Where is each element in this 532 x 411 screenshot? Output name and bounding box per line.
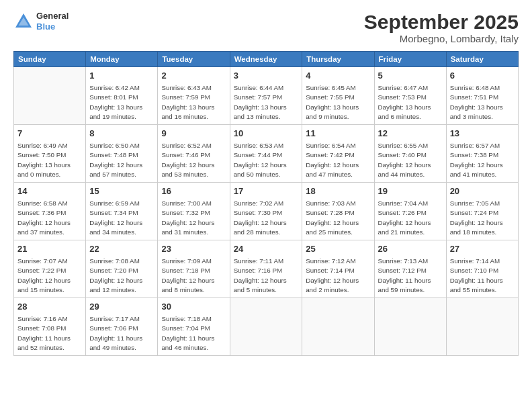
calendar-cell: 5Sunrise: 6:47 AM Sunset: 7:53 PM Daylig… — [374, 67, 446, 125]
calendar-cell — [446, 298, 518, 356]
calendar-cell — [302, 298, 374, 356]
calendar-cell: 19Sunrise: 7:04 AM Sunset: 7:26 PM Dayli… — [374, 183, 446, 240]
calendar-cell: 15Sunrise: 6:59 AM Sunset: 7:34 PM Dayli… — [86, 183, 158, 240]
day-info: Sunrise: 7:00 AM Sunset: 7:32 PM Dayligh… — [161, 199, 226, 237]
day-info: Sunrise: 7:16 AM Sunset: 7:08 PM Dayligh… — [17, 314, 82, 353]
calendar-cell: 18Sunrise: 7:03 AM Sunset: 7:28 PM Dayli… — [302, 183, 374, 240]
day-info: Sunrise: 7:08 AM Sunset: 7:20 PM Dayligh… — [89, 257, 154, 295]
calendar-cell: 6Sunrise: 6:48 AM Sunset: 7:51 PM Daylig… — [446, 67, 518, 125]
calendar-cell: 17Sunrise: 7:02 AM Sunset: 7:30 PM Dayli… — [230, 183, 302, 240]
day-of-week-saturday: Saturday — [446, 52, 518, 67]
calendar-body: 1Sunrise: 6:42 AM Sunset: 8:01 PM Daylig… — [14, 67, 519, 356]
day-number: 11 — [306, 128, 370, 140]
calendar-cell: 9Sunrise: 6:52 AM Sunset: 7:46 PM Daylig… — [158, 125, 230, 183]
day-info: Sunrise: 6:42 AM Sunset: 8:01 PM Dayligh… — [89, 83, 154, 122]
week-row-4: 21Sunrise: 7:07 AM Sunset: 7:22 PM Dayli… — [14, 240, 519, 298]
calendar-cell: 27Sunrise: 7:14 AM Sunset: 7:10 PM Dayli… — [446, 240, 518, 298]
day-number: 3 — [234, 70, 299, 82]
day-of-week-thursday: Thursday — [302, 52, 374, 67]
logo-line1: General — [36, 11, 69, 21]
day-info: Sunrise: 6:59 AM Sunset: 7:34 PM Dayligh… — [89, 199, 154, 237]
day-number: 22 — [89, 243, 154, 255]
calendar-cell — [374, 298, 446, 356]
day-info: Sunrise: 7:03 AM Sunset: 7:28 PM Dayligh… — [306, 199, 370, 237]
calendar-cell: 14Sunrise: 6:58 AM Sunset: 7:36 PM Dayli… — [14, 183, 86, 240]
day-info: Sunrise: 6:50 AM Sunset: 7:48 PM Dayligh… — [89, 141, 154, 179]
day-number: 8 — [89, 128, 154, 140]
day-number: 9 — [161, 128, 226, 140]
day-info: Sunrise: 6:57 AM Sunset: 7:38 PM Dayligh… — [450, 141, 515, 179]
day-number: 2 — [161, 70, 226, 82]
day-number: 7 — [17, 128, 82, 140]
logo-line2: Blue — [36, 21, 69, 32]
day-info: Sunrise: 6:54 AM Sunset: 7:42 PM Dayligh… — [306, 141, 370, 179]
day-of-week-monday: Monday — [86, 52, 158, 67]
location-subtitle: Morbegno, Lombardy, Italy — [364, 33, 519, 44]
week-row-3: 14Sunrise: 6:58 AM Sunset: 7:36 PM Dayli… — [14, 183, 519, 240]
day-info: Sunrise: 7:09 AM Sunset: 7:18 PM Dayligh… — [161, 257, 226, 295]
day-number: 14 — [17, 185, 82, 197]
day-number: 30 — [161, 301, 226, 313]
day-number: 1 — [89, 70, 154, 82]
logo-icon — [13, 11, 34, 32]
day-number: 10 — [234, 128, 299, 140]
header: General Blue September 2025 Morbegno, Lo… — [13, 11, 519, 44]
logo-text: General Blue — [36, 11, 69, 32]
day-info: Sunrise: 7:18 AM Sunset: 7:04 PM Dayligh… — [161, 314, 226, 353]
calendar-cell: 12Sunrise: 6:55 AM Sunset: 7:40 PM Dayli… — [374, 125, 446, 183]
calendar-cell: 28Sunrise: 7:16 AM Sunset: 7:08 PM Dayli… — [14, 298, 86, 356]
day-info: Sunrise: 6:52 AM Sunset: 7:46 PM Dayligh… — [161, 141, 226, 179]
day-info: Sunrise: 6:58 AM Sunset: 7:36 PM Dayligh… — [17, 199, 82, 237]
day-info: Sunrise: 7:02 AM Sunset: 7:30 PM Dayligh… — [234, 199, 299, 237]
day-info: Sunrise: 6:43 AM Sunset: 7:59 PM Dayligh… — [161, 83, 226, 122]
day-number: 6 — [450, 70, 515, 82]
day-info: Sunrise: 6:47 AM Sunset: 7:53 PM Dayligh… — [378, 83, 443, 122]
day-info: Sunrise: 6:45 AM Sunset: 7:55 PM Dayligh… — [306, 83, 370, 122]
day-info: Sunrise: 7:07 AM Sunset: 7:22 PM Dayligh… — [17, 257, 82, 295]
day-info: Sunrise: 6:53 AM Sunset: 7:44 PM Dayligh… — [234, 141, 299, 179]
calendar-cell: 22Sunrise: 7:08 AM Sunset: 7:20 PM Dayli… — [86, 240, 158, 298]
calendar-cell: 21Sunrise: 7:07 AM Sunset: 7:22 PM Dayli… — [14, 240, 86, 298]
day-info: Sunrise: 7:05 AM Sunset: 7:24 PM Dayligh… — [450, 199, 515, 237]
day-number: 27 — [450, 243, 515, 255]
calendar-cell: 8Sunrise: 6:50 AM Sunset: 7:48 PM Daylig… — [86, 125, 158, 183]
calendar-cell: 10Sunrise: 6:53 AM Sunset: 7:44 PM Dayli… — [230, 125, 302, 183]
calendar-cell: 25Sunrise: 7:12 AM Sunset: 7:14 PM Dayli… — [302, 240, 374, 298]
day-info: Sunrise: 7:04 AM Sunset: 7:26 PM Dayligh… — [378, 199, 443, 237]
day-number: 15 — [89, 185, 154, 197]
calendar-cell: 7Sunrise: 6:49 AM Sunset: 7:50 PM Daylig… — [14, 125, 86, 183]
day-number: 20 — [450, 185, 515, 197]
calendar-cell: 29Sunrise: 7:17 AM Sunset: 7:06 PM Dayli… — [86, 298, 158, 356]
calendar-cell: 11Sunrise: 6:54 AM Sunset: 7:42 PM Dayli… — [302, 125, 374, 183]
calendar-cell: 30Sunrise: 7:18 AM Sunset: 7:04 PM Dayli… — [158, 298, 230, 356]
title-block: September 2025 Morbegno, Lombardy, Italy — [364, 11, 519, 44]
calendar-header: SundayMondayTuesdayWednesdayThursdayFrid… — [14, 52, 519, 67]
day-of-week-tuesday: Tuesday — [158, 52, 230, 67]
day-info: Sunrise: 6:55 AM Sunset: 7:40 PM Dayligh… — [378, 141, 443, 179]
calendar-cell: 2Sunrise: 6:43 AM Sunset: 7:59 PM Daylig… — [158, 67, 230, 125]
calendar-cell: 16Sunrise: 7:00 AM Sunset: 7:32 PM Dayli… — [158, 183, 230, 240]
calendar-table: SundayMondayTuesdayWednesdayThursdayFrid… — [13, 51, 519, 356]
calendar-cell: 26Sunrise: 7:13 AM Sunset: 7:12 PM Dayli… — [374, 240, 446, 298]
calendar-cell: 4Sunrise: 6:45 AM Sunset: 7:55 PM Daylig… — [302, 67, 374, 125]
day-info: Sunrise: 6:48 AM Sunset: 7:51 PM Dayligh… — [450, 83, 515, 122]
page: General Blue September 2025 Morbegno, Lo… — [0, 0, 532, 411]
calendar-cell: 24Sunrise: 7:11 AM Sunset: 7:16 PM Dayli… — [230, 240, 302, 298]
day-info: Sunrise: 6:44 AM Sunset: 7:57 PM Dayligh… — [234, 83, 299, 122]
week-row-1: 1Sunrise: 6:42 AM Sunset: 8:01 PM Daylig… — [14, 67, 519, 125]
logo: General Blue — [13, 11, 69, 32]
day-number: 21 — [17, 243, 82, 255]
day-number: 13 — [450, 128, 515, 140]
day-number: 28 — [17, 301, 82, 313]
day-info: Sunrise: 6:49 AM Sunset: 7:50 PM Dayligh… — [17, 141, 82, 179]
calendar-cell: 13Sunrise: 6:57 AM Sunset: 7:38 PM Dayli… — [446, 125, 518, 183]
day-number: 12 — [378, 128, 443, 140]
calendar-cell: 20Sunrise: 7:05 AM Sunset: 7:24 PM Dayli… — [446, 183, 518, 240]
day-number: 25 — [306, 243, 370, 255]
day-number: 16 — [161, 185, 226, 197]
calendar-cell — [230, 298, 302, 356]
day-number: 18 — [306, 185, 370, 197]
day-info: Sunrise: 7:11 AM Sunset: 7:16 PM Dayligh… — [234, 257, 299, 295]
day-number: 29 — [89, 301, 154, 313]
day-info: Sunrise: 7:14 AM Sunset: 7:10 PM Dayligh… — [450, 257, 515, 295]
